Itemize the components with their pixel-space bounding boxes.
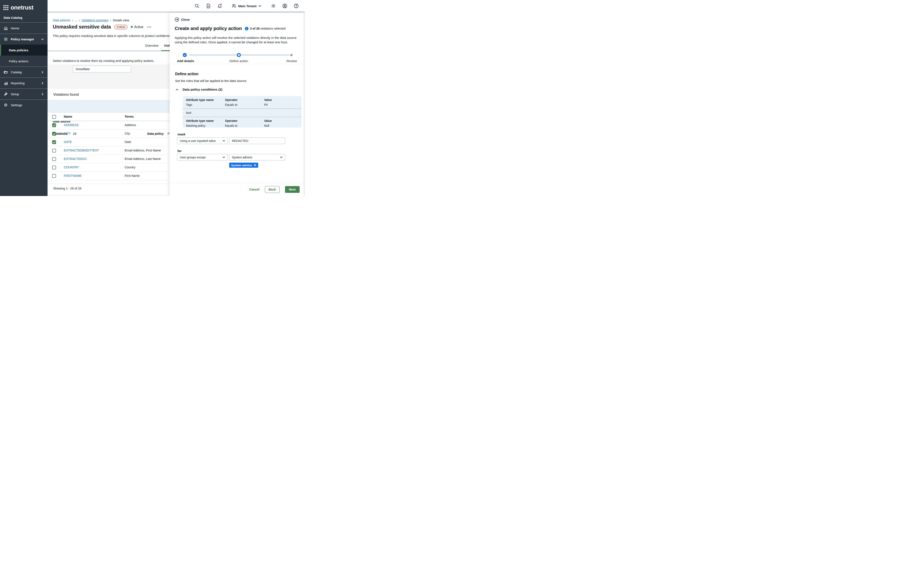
mask-type-dropdown[interactable]: Using a user inputted value [177, 137, 228, 144]
status-badge: Active [131, 25, 144, 29]
chevron-up-icon [175, 88, 179, 92]
sidebar-item-label: Settings [11, 103, 44, 107]
condition-header-val: Value [264, 119, 301, 123]
sidebar-item-setup[interactable]: Setup [0, 89, 47, 100]
user-group-value: System admins [232, 156, 252, 159]
document-check-icon[interactable] [206, 3, 211, 8]
settings-gear-icon[interactable] [271, 3, 276, 8]
column-header-name: Name [64, 115, 72, 118]
violation-name-link[interactable]: DATE [64, 140, 72, 144]
condition-conjunction: And [183, 108, 301, 117]
violation-terms: First Name [125, 174, 140, 178]
sidebar-item-home[interactable]: Home [0, 23, 47, 34]
row-checkbox[interactable] [52, 149, 56, 152]
next-button[interactable]: Next [285, 186, 299, 193]
breadcrumb-data-policies[interactable]: Data policies [53, 19, 70, 22]
sidebar-item-catalog[interactable]: Catalog [0, 66, 47, 78]
violation-terms: Country [125, 166, 136, 169]
panel-title: Create and apply policy action [175, 26, 242, 31]
sidebar-item-label: Setup [11, 92, 38, 96]
info-icon [245, 27, 249, 31]
define-action-title: Define action [175, 72, 198, 76]
chevron-down-icon [222, 156, 225, 159]
close-panel-button[interactable]: Close [175, 17, 190, 22]
violation-terms: Email Address, Last Name [125, 157, 161, 160]
sidebar-item-policy-actions[interactable]: Policy actions [0, 55, 47, 66]
step-label-add-details: Add details [177, 59, 194, 63]
folder-icon [3, 70, 8, 74]
sidebar-item-label: Data policies [9, 48, 29, 52]
pagination-summary: Showing 1 - 28 of 28 [53, 187, 81, 190]
row-checkbox[interactable] [52, 140, 56, 144]
breadcrumb-current: Details view [113, 19, 129, 22]
row-checkbox[interactable] [52, 123, 56, 127]
violation-name-link[interactable]: COUNTRY [64, 166, 79, 169]
row-checkbox[interactable] [52, 157, 56, 161]
notifications-bell-icon[interactable] [217, 3, 222, 8]
conditions-collapse-toggle[interactable]: Data policy conditions (2) [175, 88, 222, 92]
select-all-checkbox[interactable] [52, 115, 56, 119]
condition-header-val: Value [264, 98, 301, 102]
sidebar: onetrust Data Catalog Home Policy manage… [0, 0, 47, 196]
step-current-icon [237, 53, 241, 57]
more-options-icon[interactable] [147, 25, 152, 29]
violation-name-link[interactable]: EXTRACTEDCC [64, 157, 87, 160]
panel-footer: Cancel Back Next [170, 183, 305, 196]
violation-terms: Address [125, 123, 136, 127]
step-connector [189, 55, 237, 55]
condition-header-attr: Attribute type name [186, 98, 225, 102]
chevron-down-icon [41, 37, 44, 41]
violation-terms: City [125, 132, 130, 135]
breadcrumb-separator: › [110, 19, 111, 22]
tenant-switcher[interactable]: Main Tenant [231, 3, 262, 8]
logo: onetrust [0, 0, 47, 11]
condition-val: Null [264, 124, 301, 128]
sidebar-item-label: Policy actions [9, 59, 28, 63]
step-done-icon [183, 53, 187, 57]
tab-overview[interactable]: Overview [145, 44, 159, 47]
row-checkbox[interactable] [52, 174, 56, 178]
condition-op: Equals to [225, 124, 264, 128]
cancel-button[interactable]: Cancel [249, 188, 259, 191]
violation-name-link[interactable]: ADDRESS [64, 123, 79, 127]
mask-value-input[interactable] [229, 137, 285, 144]
breadcrumb-violations-summary[interactable]: Violations summary [82, 19, 108, 22]
chip-remove-icon[interactable] [254, 164, 256, 166]
chevron-down-icon [222, 139, 225, 142]
sidebar-item-label: Catalog [11, 70, 38, 74]
product-name: Data Catalog [0, 11, 47, 23]
panel-description: Applying this policy action will resolve… [175, 36, 297, 44]
step-upcoming-icon [290, 54, 293, 56]
user-group-dropdown[interactable]: System admins [229, 154, 285, 160]
violations-instruction: Select violations to resolve them by cre… [53, 59, 154, 63]
violation-name-link[interactable]: CITY [64, 132, 71, 135]
account-icon[interactable] [282, 3, 287, 8]
sidebar-item-settings[interactable]: ⚙ Settings [0, 100, 47, 110]
gear-icon: ⚙ [3, 103, 8, 108]
breadcrumb-separator: › [72, 19, 73, 22]
breadcrumb-ellipsis[interactable]: ... [75, 19, 77, 22]
selection-summary: 3 of 28 violations selected [245, 27, 285, 31]
help-icon[interactable] [294, 3, 299, 8]
selected-group-chip: System admins [229, 163, 258, 168]
data-source-input[interactable] [73, 66, 131, 73]
violation-name-link[interactable]: FIRSTNAME [64, 174, 82, 178]
conditions-card: Attribute type name Operator Value Tags … [183, 96, 301, 128]
for-label: for [178, 149, 181, 153]
violation-terms: Email Address, First Name [125, 149, 161, 152]
home-icon [3, 26, 8, 31]
row-checkbox[interactable] [52, 166, 56, 170]
back-button[interactable]: Back [265, 186, 280, 193]
chip-label: System admins [231, 164, 252, 167]
sidebar-item-reporting[interactable]: Reporting [0, 78, 47, 89]
sidebar-item-data-policies[interactable]: Data policies [0, 45, 47, 55]
condition-block: Attribute type name Operator Value Tags … [183, 96, 301, 108]
user-group-mode-dropdown[interactable]: User groups except [177, 154, 228, 160]
condition-attr: Masking policy [186, 124, 225, 128]
row-checkbox[interactable] [52, 132, 56, 136]
panel-scrollbar[interactable] [304, 13, 305, 196]
condition-val: PII [264, 103, 301, 107]
violation-name-link[interactable]: EXTRACTEDBODYTEXT [64, 149, 99, 152]
search-icon[interactable] [194, 3, 199, 8]
sidebar-item-policy-manager[interactable]: Policy manager [0, 34, 47, 45]
